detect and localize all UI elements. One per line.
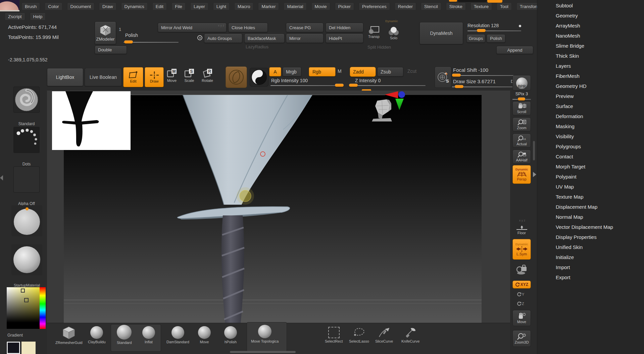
menu-item-color[interactable]: Color [45, 3, 62, 10]
crease-pg-button[interactable]: Crease PG [286, 23, 324, 32]
tray-brush-move-topological[interactable]: Move Topologica [251, 325, 279, 343]
tool-palette-item-export[interactable]: Export [537, 272, 644, 283]
tool-palette-item-contact[interactable]: Contact [537, 152, 644, 162]
z-rotate-button[interactable]: Z [517, 300, 527, 307]
tool-palette-item-geometry[interactable]: Geometry [537, 11, 644, 21]
menu-item-render[interactable]: Render [395, 3, 416, 10]
move-canvas-button[interactable]: Move [512, 310, 531, 326]
tool-palette-item-preview[interactable]: Preview [537, 91, 644, 101]
tool-palette-item-normal-map[interactable]: Normal Map [537, 212, 644, 222]
tool-palette-item-masking[interactable]: Masking [537, 121, 644, 132]
backface-mask-button[interactable]: BackfaceMask [244, 34, 285, 43]
texture-thumbnail[interactable] [11, 205, 42, 236]
dynamesh-button[interactable]: DynaMesh [419, 22, 463, 44]
split-hidden-label[interactable]: Split Hidden [367, 45, 391, 50]
stroke-thumbnail[interactable] [13, 127, 40, 153]
tool-palette-item-deformation[interactable]: Deformation [537, 111, 644, 121]
xyz-rotate-button[interactable]: XYZ [512, 281, 531, 289]
mrgb-button[interactable]: Mrgb [283, 67, 301, 77]
zoom-button[interactable]: Zoom [512, 117, 531, 132]
move-button[interactable]: M Move [165, 68, 179, 87]
hue-strip[interactable] [40, 287, 46, 329]
focal-shift-slider[interactable] [452, 73, 514, 77]
menu-item-preferences[interactable]: Preferences [359, 3, 390, 10]
resolution-dot-button[interactable] [519, 25, 521, 27]
tray-brush-slicecurve[interactable]: SliceCurve [375, 327, 393, 343]
tool-palette-item-subtool[interactable]: Subtool [537, 1, 644, 11]
tray-brush-zremesherguide[interactable]: ZRemesherGuid [55, 326, 83, 345]
tool-palette-item-fibermesh[interactable]: FiberMesh [537, 71, 644, 81]
tool-palette-item-polypaint[interactable]: Polypaint [537, 172, 644, 182]
double-button[interactable]: Double [95, 46, 127, 54]
tool-palette-item-display-properties[interactable]: Display Properties [537, 232, 644, 242]
tool-palette-item-vector-displacement-map[interactable]: Vector Displacement Map [537, 222, 644, 232]
tray-brush-standard[interactable]: Standard [117, 325, 132, 345]
m-button[interactable]: M [338, 68, 342, 74]
menu-item-help[interactable]: Help [30, 13, 46, 20]
mirror-button[interactable]: Mirror [286, 34, 324, 43]
canvas-area[interactable] [47, 91, 510, 324]
menu-item-brush[interactable]: Brush [21, 3, 40, 10]
zadd-button[interactable]: Zadd [350, 67, 376, 77]
color-picker[interactable] [7, 287, 46, 329]
tool-palette-item-uv-map[interactable]: UV Map [537, 182, 644, 192]
menu-item-light[interactable]: Light [213, 3, 230, 10]
tool-palette-item-polygroups[interactable]: Polygroups [537, 142, 644, 152]
zmodeler-button[interactable]: ZModeler [95, 21, 116, 44]
scale-button[interactable]: S Scale [183, 68, 196, 87]
menu-item-material[interactable]: Material [284, 3, 306, 10]
bpr-button[interactable]: BPR [512, 75, 531, 91]
persp-button[interactable]: Dynamic Persp [512, 165, 531, 184]
scroll-button[interactable]: Scroll [512, 101, 531, 115]
right-shelf-scrollbar[interactable] [533, 141, 535, 160]
secondary-color-swatch[interactable] [21, 342, 36, 354]
tool-palette-item-visibility[interactable]: Visibility [537, 132, 644, 142]
groups-button[interactable]: Groups [466, 34, 485, 43]
alpha-thumbnail[interactable] [13, 166, 40, 193]
tray-brush-move[interactable]: Move [198, 326, 211, 344]
auto-groups-toggle[interactable] [197, 35, 202, 40]
z-intensity-slider[interactable] [349, 84, 426, 87]
rotate-button[interactable]: R Rotate [200, 68, 215, 87]
brush-preview-button[interactable] [226, 66, 247, 88]
tool-palette-item-morph-target[interactable]: Morph Target [537, 162, 644, 172]
lazy-radius-label[interactable]: LazyRadius [246, 44, 268, 49]
stroke-curve-button[interactable]: S [435, 66, 451, 88]
resolution-slider[interactable] [467, 29, 521, 32]
aahalf-button[interactable]: AAHalf [512, 150, 531, 164]
tray-brush-hpolish[interactable]: hPolish [224, 326, 237, 344]
tray-brush-inflat[interactable]: Inflat [142, 326, 155, 344]
transp-button[interactable]: Transp [366, 21, 382, 44]
tool-palette-item-arraymesh[interactable]: ArrayMesh [537, 21, 644, 31]
menu-item-stencil[interactable]: Stencil [421, 3, 441, 10]
color-selector-1[interactable] [21, 289, 25, 293]
menu-item-document[interactable]: Document [67, 3, 95, 10]
zcut-button[interactable]: Zcut [407, 68, 416, 74]
tray-brush-selectrect[interactable]: SelectRect [325, 327, 343, 343]
menu-item-movie[interactable]: Movie [311, 3, 330, 10]
polish-mode-button[interactable]: Polish [487, 34, 505, 43]
menu-item-layer[interactable]: Layer [190, 3, 208, 10]
menu-item-zscript[interactable]: Zscript [5, 13, 25, 20]
menu-item-dynamics[interactable]: Dynamics [121, 3, 148, 10]
lightbox-button[interactable]: LightBox [47, 68, 83, 86]
menu-item-texture[interactable]: Texture [470, 3, 492, 10]
tray-brush-damstandard[interactable]: DamStandard [166, 326, 189, 344]
solo-button[interactable]: Solo [385, 23, 403, 44]
tool-palette-item-texture-map[interactable]: Texture Map [537, 192, 644, 202]
tool-palette-item-layers[interactable]: Layers [537, 61, 644, 71]
lsym-button[interactable]: Dynamic L.Sym [512, 239, 531, 260]
tool-palette-item-geometry-hd[interactable]: Geometry HD [537, 81, 644, 91]
spix-slider[interactable] [512, 97, 531, 101]
tool-palette-item-import[interactable]: Import [537, 262, 644, 272]
tool-palette-item-slime-bridge[interactable]: Slime Bridge [537, 41, 644, 51]
tool-palette-item-thick-skin[interactable]: Thick Skin [537, 51, 644, 61]
a-button[interactable]: A [269, 67, 281, 77]
mirror-and-weld-button[interactable]: Mirror And Weld x y z [158, 23, 227, 32]
material-thumbnail[interactable] [11, 244, 42, 275]
y-rotate-button[interactable]: Y [517, 291, 527, 298]
draw-size-slider[interactable] [452, 85, 514, 88]
close-holes-button[interactable]: Close Holes [228, 23, 268, 32]
tool-palette-item-initialize[interactable]: Initialize [537, 252, 644, 262]
draw-button[interactable]: Draw [145, 67, 164, 87]
